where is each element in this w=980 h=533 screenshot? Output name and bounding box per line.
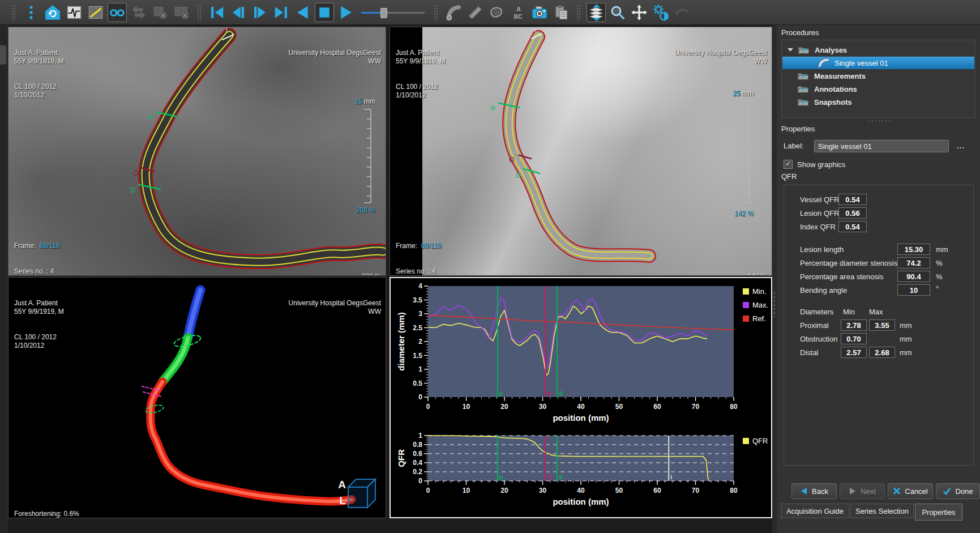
viewport-angiogram-2[interactable]: i P O D Just A. Patient55Y 9/9/1919, M C… [390,27,772,276]
swap-series-icon[interactable] [129,3,148,22]
pct-area-stenosis-value[interactable]: 90.4 [897,271,930,282]
back-button[interactable]: Back [791,483,837,499]
index-qfr-value[interactable]: 0.54 [838,221,867,232]
lesion-qfr-value[interactable]: 0.56 [838,207,867,219]
svg-text:50: 50 [615,487,623,494]
obstruction-min-value[interactable]: 0.70 [841,333,867,344]
text-annotation-icon[interactable]: ABC [508,3,528,22]
distal-max-value[interactable]: 2.68 [869,347,895,358]
lesion-length-value[interactable]: 15.30 [897,244,930,255]
tree-item-annotations[interactable]: Annotations [782,83,974,95]
ecg-icon[interactable] [65,3,84,22]
frame-info: Frame: 68/119 Series no. : 4 Instance no… [14,225,95,276]
bending-angle-value[interactable]: 10 [897,284,930,296]
toolbar-drag-handle[interactable] [11,5,16,20]
svg-text:30: 30 [539,487,547,494]
svg-text:0: 0 [426,403,430,411]
step-forward-icon[interactable] [250,3,269,22]
marker-d-label: D [516,172,521,180]
svg-text:0.8: 0.8 [413,441,422,449]
svg-text:0.2: 0.2 [413,468,422,476]
show-graphics-checkbox[interactable]: ✓ [784,160,793,169]
min-header: Min [843,308,855,316]
marker-i-label: i [535,27,537,34]
svg-text:d: d [559,390,563,396]
play-icon[interactable] [336,3,356,22]
svg-text:d: d [559,474,563,480]
viewport-3d-vessel[interactable]: A L Just A. Patient55Y 9/9/1919, M CL 10… [8,277,386,518]
play-reverse-icon[interactable] [293,3,313,22]
panel-splitter[interactable] [772,25,777,533]
snapshot-camera-icon[interactable] [530,3,549,22]
area-tool-icon[interactable] [487,3,506,22]
left-dock-handle[interactable] [0,45,6,65]
brightness-contrast-icon[interactable] [651,3,670,22]
tree-item-measurements[interactable]: Measurements [782,70,974,82]
speed-slider-thumb[interactable] [380,8,387,18]
procedures-title: Procedures [781,28,819,37]
frame-info: Frame: 68/119 Series no. : 4 Instance no… [396,225,474,276]
marker-p-label: P [148,114,152,122]
paste-icon[interactable] [551,3,571,22]
hospital-info: University Hospital OegsGeestWW [675,32,767,83]
cine-layers-icon[interactable] [587,3,606,22]
patient-info: Just A. Patient55Y 9/9/1919, M CL 100 / … [14,282,64,367]
stop-icon[interactable] [315,3,334,22]
cancel-button[interactable]: Cancel [888,483,933,499]
svg-text:50: 50 [615,403,623,411]
expander-icon[interactable] [788,48,793,52]
last-frame-icon[interactable] [272,3,291,22]
svg-text:2: 2 [418,338,422,346]
distal-min-value[interactable]: 2.57 [841,347,867,358]
svg-text:o: o [547,474,551,480]
svg-text:i: i [670,474,672,480]
menu-dots-icon[interactable] [22,3,41,22]
label-caption: Label: [784,142,803,150]
undo-icon[interactable] [673,3,692,22]
svg-text:Min.: Min. [752,287,767,296]
svg-text:Ref.: Ref. [752,314,766,323]
tab-properties[interactable]: Properties [915,504,962,521]
main-toolbar: ABC [0,0,980,25]
zoom-percent-label: 142 % [704,210,754,218]
lesion-qfr-label: Lesion QFR [800,209,839,218]
svg-text:30: 30 [539,403,547,411]
svg-text:p: p [499,390,503,396]
cancel-icon [893,487,901,495]
svg-text:10: 10 [463,403,470,411]
viewport-charts[interactable]: 00.511.522.533.5401020304050607080diamet… [390,277,772,518]
pan-icon[interactable] [630,3,649,22]
tree-item-analyses[interactable]: Analyses [782,44,974,56]
viewport-angiogram-1[interactable]: i P O D Just A. Patient55Y 9/9/1919, M C… [8,27,386,276]
tab-acquisition-guide[interactable]: Acquisition Guide [781,504,849,518]
magnifier-icon[interactable] [608,3,627,22]
step-back-icon[interactable] [229,3,248,22]
window-level-line-icon[interactable] [86,3,105,22]
remove-all-series-icon[interactable] [172,3,191,22]
tab-series-selection[interactable]: Series Selection [850,504,914,518]
svg-text:position (mm): position (mm) [553,413,609,423]
pct-diameter-stenosis-value[interactable]: 74.2 [897,257,930,268]
vessel-tool-icon[interactable] [444,3,463,22]
show-graphics-label: Show graphics [797,160,845,169]
tree-item-single-vessel[interactable]: Single vessel 01 [782,57,974,69]
label-input[interactable] [814,140,949,152]
done-button[interactable]: Done [936,483,980,499]
next-button[interactable]: Next [840,483,885,499]
speed-slider[interactable] [361,3,425,22]
first-frame-icon[interactable] [207,3,226,22]
splitter-grip[interactable] [773,291,776,317]
toolbar-separator [197,5,202,20]
section-splitter[interactable] [867,120,890,122]
vessel-qfr-value[interactable]: 0.54 [838,194,867,205]
more-button[interactable]: ... [957,142,965,150]
remove-series-icon[interactable] [151,3,170,22]
reset-view-icon[interactable] [43,3,62,22]
proximal-min-value[interactable]: 2.78 [841,319,867,331]
proximal-max-value[interactable]: 3.55 [869,319,895,331]
link-views-icon[interactable] [108,3,127,22]
ruler-tool-icon[interactable] [465,3,485,22]
svg-text:1: 1 [418,432,422,440]
tree-item-snapshots[interactable]: Snapshots [782,96,974,108]
procedures-tree: Analyses Single vessel 01 Measurements A… [781,40,975,118]
